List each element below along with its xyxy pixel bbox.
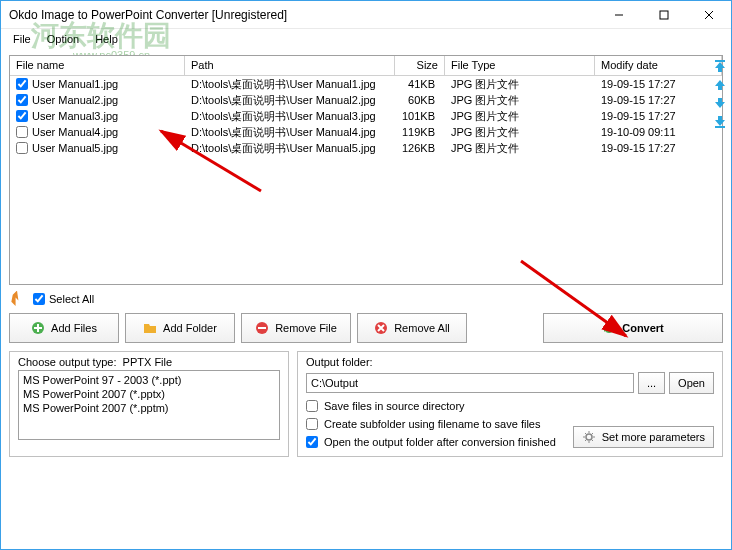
file-path: D:\tools\桌面说明书\User Manual2.jpg (185, 93, 395, 108)
plus-icon (31, 321, 45, 335)
file-type: JPG 图片文件 (445, 109, 595, 124)
move-top-button[interactable] (712, 59, 728, 75)
table-row[interactable]: User Manual1.jpg D:\tools\桌面说明书\User Man… (10, 76, 722, 92)
add-folder-button[interactable]: Add Folder (125, 313, 235, 343)
add-folder-label: Add Folder (163, 322, 217, 334)
select-all-row: Select All (9, 291, 723, 307)
file-checkbox[interactable] (16, 126, 28, 138)
remove-file-button[interactable]: Remove File (241, 313, 351, 343)
output-type-listbox[interactable]: MS PowerPoint 97 - 2003 (*.ppt)MS PowerP… (18, 370, 280, 440)
move-up-button[interactable] (712, 77, 728, 93)
reorder-buttons (712, 59, 728, 129)
svg-rect-4 (715, 60, 725, 62)
svg-rect-1 (660, 11, 668, 19)
remove-file-label: Remove File (275, 322, 337, 334)
output-folder-label: Output folder: (306, 356, 714, 368)
output-folder-input[interactable] (306, 373, 634, 393)
col-path[interactable]: Path (185, 56, 395, 75)
select-all-checkbox[interactable]: Select All (33, 293, 94, 305)
file-path: D:\tools\桌面说明书\User Manual4.jpg (185, 125, 395, 140)
file-size: 41KB (395, 78, 445, 90)
move-down-button[interactable] (712, 95, 728, 111)
col-modifydate[interactable]: Modify date (595, 56, 722, 75)
folder-icon (143, 321, 157, 335)
file-date: 19-09-15 17:27 (595, 78, 722, 90)
file-name: User Manual5.jpg (32, 142, 118, 154)
list-item[interactable]: MS PowerPoint 97 - 2003 (*.ppt) (21, 373, 277, 387)
table-row[interactable]: User Manual2.jpg D:\tools\桌面说明书\User Man… (10, 92, 722, 108)
file-date: 19-09-15 17:27 (595, 142, 722, 154)
convert-label: Convert (622, 322, 664, 334)
table-row[interactable]: User Manual5.jpg D:\tools\桌面说明书\User Man… (10, 140, 722, 156)
file-type: JPG 图片文件 (445, 141, 595, 156)
main-toolbar: Add Files Add Folder Remove File Remove … (9, 313, 723, 343)
remove-all-label: Remove All (394, 322, 450, 334)
window-title: Okdo Image to PowerPoint Converter [Unre… (9, 8, 596, 22)
file-name: User Manual1.jpg (32, 78, 118, 90)
menu-help[interactable]: Help (87, 31, 126, 47)
file-date: 19-09-15 17:27 (595, 94, 722, 106)
col-filetype[interactable]: File Type (445, 56, 595, 75)
minimize-button[interactable] (596, 1, 641, 28)
svg-rect-5 (715, 126, 725, 128)
select-all-label: Select All (49, 293, 94, 305)
add-files-button[interactable]: Add Files (9, 313, 119, 343)
add-files-label: Add Files (51, 322, 97, 334)
file-size: 119KB (395, 126, 445, 138)
maximize-button[interactable] (641, 1, 686, 28)
output-folder-panel: Output folder: ... Open Save files in so… (297, 351, 723, 457)
file-name: User Manual2.jpg (32, 94, 118, 106)
save-in-source-checkbox[interactable]: Save files in source directory (306, 400, 714, 412)
file-name: User Manual3.jpg (32, 110, 118, 122)
set-more-parameters-button[interactable]: Set more parameters (573, 426, 714, 448)
file-size: 101KB (395, 110, 445, 122)
menu-file[interactable]: File (5, 31, 39, 47)
remove-all-button[interactable]: Remove All (357, 313, 467, 343)
file-type: JPG 图片文件 (445, 125, 595, 140)
col-size[interactable]: Size (395, 56, 445, 75)
svg-point-10 (586, 434, 592, 440)
list-item[interactable]: MS PowerPoint 2007 (*.pptx) (21, 387, 277, 401)
col-filename[interactable]: File name (10, 56, 185, 75)
file-checkbox[interactable] (16, 142, 28, 154)
file-list: File name Path Size File Type Modify dat… (9, 55, 723, 285)
file-list-header: File name Path Size File Type Modify dat… (10, 56, 722, 76)
file-date: 19-10-09 09:11 (595, 126, 722, 138)
file-path: D:\tools\桌面说明书\User Manual3.jpg (185, 109, 395, 124)
file-size: 126KB (395, 142, 445, 154)
close-button[interactable] (686, 1, 731, 28)
output-type-value: PPTX File (123, 356, 173, 368)
output-type-panel: Choose output type: PPTX File MS PowerPo… (9, 351, 289, 457)
file-path: D:\tools\桌面说明书\User Manual1.jpg (185, 77, 395, 92)
minus-icon (255, 321, 269, 335)
file-name: User Manual4.jpg (32, 126, 118, 138)
select-arrow-icon (9, 291, 25, 307)
move-bottom-button[interactable] (712, 113, 728, 129)
browse-button[interactable]: ... (638, 372, 665, 394)
convert-button[interactable]: Convert (543, 313, 723, 343)
list-item[interactable]: MS PowerPoint 2007 (*.pptm) (21, 401, 277, 415)
output-type-label: Choose output type: PPTX File (18, 356, 280, 368)
file-type: JPG 图片文件 (445, 77, 595, 92)
file-size: 60KB (395, 94, 445, 106)
file-checkbox[interactable] (16, 110, 28, 122)
file-checkbox[interactable] (16, 78, 28, 90)
file-checkbox[interactable] (16, 94, 28, 106)
table-row[interactable]: User Manual3.jpg D:\tools\桌面说明书\User Man… (10, 108, 722, 124)
file-date: 19-09-15 17:27 (595, 110, 722, 122)
file-type: JPG 图片文件 (445, 93, 595, 108)
convert-icon (602, 321, 616, 335)
menubar: File Option Help (1, 29, 731, 49)
menu-option[interactable]: Option (39, 31, 87, 47)
titlebar: Okdo Image to PowerPoint Converter [Unre… (1, 1, 731, 29)
remove-all-icon (374, 321, 388, 335)
file-path: D:\tools\桌面说明书\User Manual5.jpg (185, 141, 395, 156)
gear-icon (582, 430, 596, 444)
table-row[interactable]: User Manual4.jpg D:\tools\桌面说明书\User Man… (10, 124, 722, 140)
svg-rect-8 (258, 327, 266, 329)
open-folder-button[interactable]: Open (669, 372, 714, 394)
